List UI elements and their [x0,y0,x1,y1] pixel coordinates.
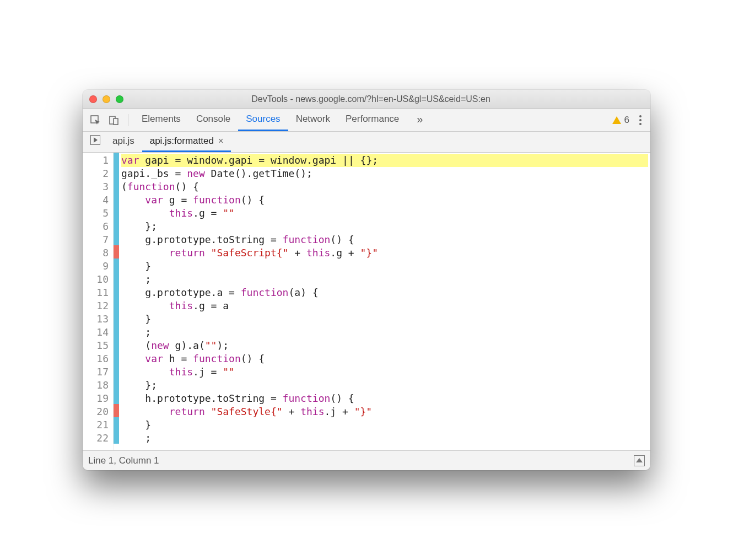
line-number: 11 [85,286,109,299]
code-line[interactable]: ; [121,326,648,339]
file-tab-bar: api.jsapi.js:formatted× [83,132,650,153]
line-number: 16 [85,352,109,365]
window-title: DevTools - news.google.com/?hl=en-US&gl=… [128,94,644,104]
coverage-marker [114,153,119,166]
line-number: 8 [85,246,109,260]
coverage-marker [114,325,119,338]
cursor-position: Line 1, Column 1 [88,455,159,466]
code-editor[interactable]: 12345678910111213141516171819202122 var … [83,153,650,450]
code-line[interactable]: this.g = "" [121,207,648,220]
line-number: 20 [85,405,109,418]
coverage-marker [114,364,119,378]
show-drawer-button[interactable] [634,455,645,466]
coverage-marker [114,232,119,245]
coverage-marker [114,219,119,232]
line-number: 12 [85,299,109,313]
coverage-marker [114,311,119,325]
line-number: 19 [85,392,109,405]
code-line[interactable]: return "SafeStyle{" + this.j + "}" [121,405,648,418]
line-number: 5 [85,207,109,220]
coverage-marker [114,272,119,285]
zoom-window-button[interactable] [116,95,123,103]
line-number: 2 [85,167,109,180]
code-line[interactable]: } [121,418,648,432]
coverage-marker [114,417,119,430]
tab-elements[interactable]: Elements [134,109,188,131]
line-number: 4 [85,193,109,207]
code-line[interactable]: g.prototype.toString = function() { [121,233,648,246]
code-line[interactable]: var h = function() { [121,352,648,365]
toggle-navigator-icon[interactable] [86,132,105,148]
devtools-window: DevTools - news.google.com/?hl=en-US&gl=… [83,90,650,470]
coverage-marker [114,404,119,417]
code-line[interactable]: this.j = "" [121,365,648,379]
line-number: 3 [85,180,109,193]
line-number: 21 [85,418,109,432]
titlebar: DevTools - news.google.com/?hl=en-US&gl=… [83,90,650,109]
device-toolbar-icon[interactable] [106,112,122,128]
svg-rect-2 [114,119,118,125]
code-line[interactable]: h.prototype.toString = function() { [121,392,648,405]
warnings-indicator[interactable]: 6 [609,115,633,126]
line-number: 7 [85,233,109,246]
tab-sources[interactable]: Sources [238,109,288,131]
code-line[interactable]: return "SafeScript{" + this.g + "}" [121,246,648,260]
code-line[interactable]: } [121,313,648,326]
coverage-marker [114,430,119,444]
file-tab-label: api.js [112,136,134,147]
divider [128,114,128,126]
inspect-element-icon[interactable] [87,112,104,128]
code-line[interactable]: (function() { [121,180,648,193]
coverage-marker [114,298,119,311]
code-line[interactable]: gapi._bs = new Date().getTime(); [121,167,648,180]
main-tab-bar: ElementsConsoleSourcesNetworkPerformance… [83,109,650,132]
line-number: 14 [85,326,109,339]
line-number: 22 [85,432,109,445]
code-line[interactable]: g.prototype.a = function(a) { [121,286,648,299]
line-number: 17 [85,365,109,379]
minimize-window-button[interactable] [103,95,110,103]
coverage-marker [114,192,119,206]
code-line[interactable]: (new g).a(""); [121,339,648,352]
code-line[interactable]: ; [121,432,648,445]
line-number: 10 [85,273,109,286]
code-line[interactable]: this.g = a [121,299,648,313]
file-tab[interactable]: api.js:formatted× [142,132,231,152]
coverage-marker [114,245,119,259]
line-number: 15 [85,339,109,352]
coverage-marker [114,259,119,272]
coverage-marker [114,378,119,391]
coverage-marker [114,338,119,351]
warning-icon [612,116,621,124]
coverage-markers [114,153,119,450]
code-content[interactable]: var gapi = window.gapi = window.gapi || … [119,153,650,450]
line-number: 6 [85,220,109,233]
line-number: 13 [85,313,109,326]
code-line[interactable]: var gapi = window.gapi = window.gapi || … [121,154,648,167]
code-line[interactable]: }; [121,220,648,233]
tab-console[interactable]: Console [188,109,238,131]
line-number: 9 [85,260,109,273]
file-tab-label: api.js:formatted [150,136,214,147]
warning-count: 6 [624,115,629,126]
file-tab[interactable]: api.js [105,132,142,152]
coverage-marker [114,285,119,298]
code-line[interactable]: var g = function() { [121,193,648,207]
code-line[interactable]: } [121,260,648,273]
coverage-marker [114,351,119,364]
line-number: 1 [85,154,109,167]
settings-menu-button[interactable] [635,112,646,128]
window-controls [89,95,123,103]
tab-performance[interactable]: Performance [338,109,407,131]
coverage-marker [114,166,119,179]
code-line[interactable]: }; [121,379,648,392]
overflow-tabs-button[interactable]: » [409,109,430,131]
line-number-gutter: 12345678910111213141516171819202122 [83,153,114,450]
close-window-button[interactable] [89,95,97,103]
close-tab-icon[interactable]: × [218,136,223,146]
tab-network[interactable]: Network [288,109,338,131]
coverage-marker [114,179,119,192]
code-line[interactable]: ; [121,273,648,286]
line-number: 18 [85,379,109,392]
coverage-marker [114,391,119,404]
